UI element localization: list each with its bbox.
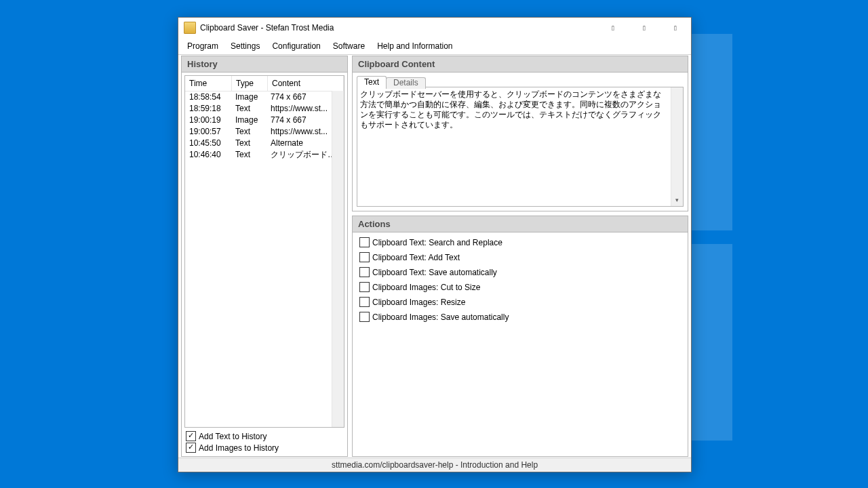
checkbox-icon[interactable] [359,297,370,307]
menu-program[interactable]: Program [181,39,224,53]
action-search-replace[interactable]: Clipboard Text: Search and Replace [358,237,682,248]
actions-panel: Actions Clipboard Text: Search and Repla… [352,216,688,457]
menubar: Program Settings Configuration Software … [178,38,691,55]
history-row[interactable]: 19:00:19Image774 x 667 [185,115,344,126]
status-bar: sttmedia.com/clipboardsaver-help - Intro… [178,458,691,472]
clipboard-content-panel: Clipboard Content Text Details クリップボードセー… [352,56,688,211]
tab-details[interactable]: Details [386,77,426,89]
checkbox-icon[interactable] [359,237,370,247]
close-button[interactable]:  [660,18,691,38]
app-icon [184,22,196,34]
history-row[interactable]: 18:59:18Texthttps://www.st... [185,103,344,115]
content-tabs: Text Details [357,76,684,87]
add-images-to-history[interactable]: Add Images to History [184,442,344,453]
col-content[interactable]: Content [268,76,344,91]
textarea-scrollbar[interactable]: ▾ [671,87,683,206]
history-columns[interactable]: Time Type Content [185,76,344,92]
checkbox-icon[interactable] [359,267,370,277]
add-text-to-history[interactable]: Add Text to History [184,430,344,442]
history-scrollbar[interactable] [332,91,344,427]
desktop: Clipboard Saver - Stefan Trost Media  … [0,0,868,488]
checkbox-icon[interactable] [359,312,370,322]
titlebar[interactable]: Clipboard Saver - Stefan Trost Media  … [178,18,691,38]
action-cut-to-size[interactable]: Clipboard Images: Cut to Size [358,281,682,293]
action-text-save-auto[interactable]: Clipboard Text: Save automatically [358,266,682,278]
add-images-label: Add Images to History [199,443,279,453]
history-header: History [182,56,347,73]
menu-settings[interactable]: Settings [224,39,266,53]
history-row[interactable]: 10:46:40Textクリップボードセ... [185,149,344,161]
menu-software[interactable]: Software [327,39,371,53]
maximize-button[interactable]:  [629,18,660,38]
history-list[interactable]: Time Type Content 18:58:54Image774 x 667… [184,75,344,428]
status-text: sttmedia.com/clipboardsaver-help - Intro… [332,460,538,470]
add-text-label: Add Text to History [199,432,267,441]
col-type[interactable]: Type [232,76,268,91]
menu-configuration[interactable]: Configuration [266,39,326,53]
action-image-save-auto[interactable]: Clipboard Images: Save automatically [358,311,682,323]
checkbox-icon[interactable] [186,443,196,453]
clipboard-content-header: Clipboard Content [353,56,688,73]
clipboard-text-area[interactable]: クリップボードセーバーを使用すると、クリップボードのコンテンツをさまざまな方法で… [357,87,684,207]
window-title: Clipboard Saver - Stefan Trost Media [200,23,597,33]
clipboard-text: クリップボードセーバーを使用すると、クリップボードのコンテンツをさまざまな方法で… [360,89,680,130]
checkbox-icon[interactable] [359,282,370,292]
action-resize[interactable]: Clipboard Images: Resize [358,296,682,308]
scroll-down-icon[interactable]: ▾ [671,195,683,206]
col-time[interactable]: Time [185,76,232,91]
action-add-text[interactable]: Clipboard Text: Add Text [358,251,682,263]
history-row[interactable]: 19:00:57Texthttps://www.st... [185,126,344,138]
tab-text[interactable]: Text [357,76,387,87]
menu-help[interactable]: Help and Information [371,39,458,53]
history-panel: History Time Type Content 18:58:54Image7… [181,56,348,457]
checkbox-icon[interactable] [359,252,370,262]
actions-header: Actions [353,216,688,232]
checkbox-icon[interactable] [186,431,196,441]
minimize-button[interactable]:  [597,18,629,38]
history-row[interactable]: 18:58:54Image774 x 667 [185,92,344,103]
app-window: Clipboard Saver - Stefan Trost Media  … [178,17,692,472]
history-row[interactable]: 10:45:50TextAlternate [185,138,344,149]
